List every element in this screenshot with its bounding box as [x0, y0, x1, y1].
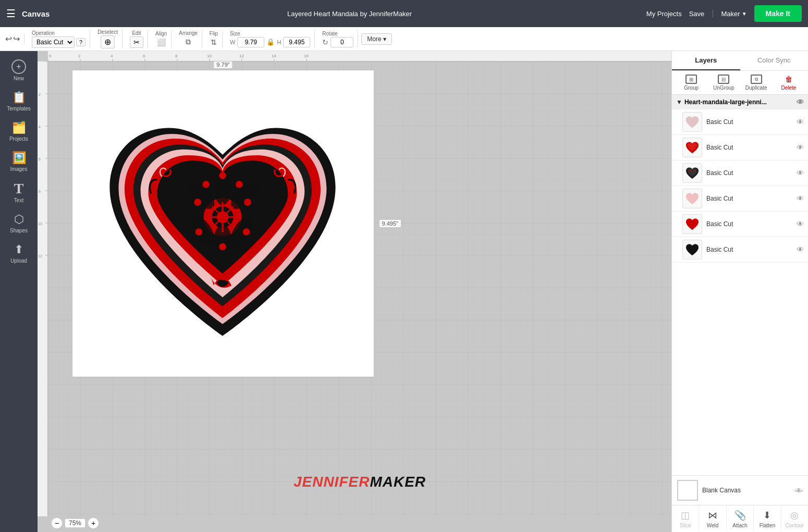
deselect-label: Deselect — [97, 29, 118, 35]
design-container[interactable] — [74, 72, 371, 374]
svg-point-57 — [689, 170, 691, 171]
flip-button[interactable]: ⇅ — [210, 37, 218, 47]
layer-visibility-icon[interactable]: 👁 — [797, 194, 804, 203]
weld-button[interactable]: ⋈ Weld — [699, 506, 726, 531]
collapse-icon: ▼ — [676, 98, 682, 106]
arrange-button[interactable]: ⧉ — [185, 36, 192, 47]
flatten-icon: ⬇ — [761, 509, 774, 522]
sidebar-item-projects-label: Projects — [9, 136, 28, 142]
layer-visibility-icon[interactable]: 👁 — [797, 245, 804, 254]
svg-point-49 — [244, 199, 251, 206]
layer-item[interactable]: Basic Cut 👁 — [672, 237, 808, 263]
attach-button[interactable]: 📎 Attach — [727, 506, 754, 531]
contour-icon: ◎ — [788, 509, 801, 522]
svg-text:12: 12 — [38, 254, 42, 258]
delete-button[interactable]: 🗑 Delete — [773, 73, 805, 92]
height-label: H — [277, 39, 281, 45]
shapes-icon: ⬡ — [14, 213, 24, 226]
layer-item[interactable]: Basic Cut 👁 — [672, 135, 808, 160]
flip-label: Flip — [210, 31, 218, 36]
make-it-button[interactable]: Make It — [754, 5, 802, 22]
weld-icon: ⋈ — [706, 509, 719, 522]
blank-canvas-row[interactable]: Blank Canvas 👁 — [672, 475, 808, 505]
watermark: JENNIFERMAKER — [293, 474, 426, 490]
operation-help-button[interactable]: ? — [76, 38, 85, 46]
zoom-in-button[interactable]: + — [88, 517, 99, 529]
new-icon: + — [11, 59, 26, 74]
my-projects-button[interactable]: My Projects — [646, 10, 682, 18]
flatten-button[interactable]: ⬇ Flatten — [754, 506, 781, 531]
operation-select[interactable]: Basic Cut — [32, 36, 75, 48]
save-button[interactable]: Save — [689, 10, 705, 18]
sidebar-item-upload[interactable]: ⬆ Upload — [3, 239, 34, 268]
sidebar-item-templates[interactable]: 📋 Templates — [3, 86, 34, 116]
blank-canvas-label: Blank Canvas — [702, 487, 791, 494]
height-dimension-label: 9.495" — [379, 220, 401, 227]
panel-toolbar: ⊞ Group ⊟ UnGroup ⧉ Duplicate 🗑 Delete — [672, 71, 808, 95]
deselect-button[interactable]: ⊕ — [101, 35, 115, 48]
sidebar-item-projects[interactable]: 🗂️ Projects — [3, 117, 34, 146]
layer-visibility-icon[interactable]: 👁 — [797, 220, 804, 228]
slice-button[interactable]: ◫ Slice — [672, 506, 699, 531]
layer-item[interactable]: Basic Cut 👁 — [672, 160, 808, 186]
svg-text:2: 2 — [39, 93, 41, 96]
svg-text:10: 10 — [38, 222, 42, 226]
sidebar-item-text[interactable]: T Text — [3, 177, 34, 207]
svg-text:12: 12 — [239, 54, 244, 58]
width-input[interactable] — [237, 37, 264, 47]
edit-button[interactable]: ✂ — [130, 36, 143, 48]
height-input[interactable] — [283, 37, 310, 47]
left-sidebar: + New 📋 Templates 🗂️ Projects 🖼️ Images … — [0, 51, 38, 532]
divider: | — [712, 9, 714, 18]
layer-group-header[interactable]: ▼ Heart-mandala-large-jenni... 👁 — [672, 95, 808, 109]
align-label: Align — [155, 31, 167, 36]
upload-icon: ⬆ — [14, 243, 23, 256]
svg-rect-19 — [38, 61, 48, 516]
layer-thumbnail — [682, 112, 702, 132]
layer-item[interactable]: Basic Cut 👁 — [672, 186, 808, 212]
rotate-input[interactable] — [330, 37, 353, 47]
layer-list: ▼ Heart-mandala-large-jenni... 👁 Basic C… — [672, 95, 808, 475]
ruler-horizontal: 0 2 4 6 8 10 12 14 16 — [48, 51, 671, 61]
sidebar-item-upload-label: Upload — [10, 258, 27, 264]
width-label: W — [230, 39, 235, 45]
layer-item[interactable]: Basic Cut 👁 — [672, 109, 808, 135]
blank-canvas-hide-icon[interactable]: 👁 — [795, 486, 803, 495]
images-icon: 🖼️ — [12, 151, 26, 165]
layer-thumbnail — [682, 138, 702, 157]
menu-icon[interactable]: ☰ — [6, 7, 16, 20]
operation-label: Operation — [32, 30, 85, 36]
maker-button[interactable]: Maker ▼ — [721, 10, 747, 18]
rotate-label: Rotate — [322, 31, 353, 36]
doc-title: Layered Heart Mandala by JenniferMaker — [287, 10, 412, 18]
zoom-out-button[interactable]: − — [51, 517, 63, 529]
redo-button[interactable]: ↪ — [13, 34, 20, 44]
svg-text:4: 4 — [39, 125, 41, 129]
group-button[interactable]: ⊞ Group — [675, 73, 707, 92]
group-visibility-icon[interactable]: 👁 — [797, 98, 804, 106]
zoom-percentage: 75% — [65, 518, 85, 528]
sidebar-item-images[interactable]: 🖼️ Images — [3, 147, 34, 176]
layer-item[interactable]: Basic Cut 👁 — [672, 212, 808, 237]
layer-visibility-icon[interactable]: 👁 — [797, 118, 804, 126]
layer-visibility-icon[interactable]: 👁 — [797, 169, 804, 177]
watermark-part1: JENNIFER — [293, 474, 370, 490]
duplicate-button[interactable]: ⧉ Duplicate — [740, 73, 773, 92]
sidebar-item-new-label: New — [14, 76, 24, 81]
align-button[interactable]: ⬜ — [156, 37, 167, 47]
delete-icon: 🗑 — [783, 75, 794, 84]
sidebar-item-new[interactable]: + New — [3, 55, 34, 85]
undo-button[interactable]: ↩ — [5, 34, 12, 44]
svg-rect-0 — [48, 51, 671, 61]
svg-text:6: 6 — [143, 54, 145, 58]
svg-point-45 — [219, 172, 226, 179]
canvas-area[interactable]: 0 2 4 6 8 10 12 14 16 — [38, 51, 671, 532]
more-button[interactable]: More ▾ — [361, 33, 392, 45]
contour-button[interactable]: ◎ Contour — [781, 506, 808, 531]
layer-visibility-icon[interactable]: 👁 — [797, 143, 804, 152]
ungroup-button[interactable]: ⊟ UnGroup — [707, 73, 740, 92]
width-dimension-label: 9.79" — [214, 61, 232, 68]
sidebar-item-shapes[interactable]: ⬡ Shapes — [3, 208, 34, 238]
tab-layers[interactable]: Layers — [672, 51, 740, 70]
tab-color-sync[interactable]: Color Sync — [740, 51, 809, 70]
